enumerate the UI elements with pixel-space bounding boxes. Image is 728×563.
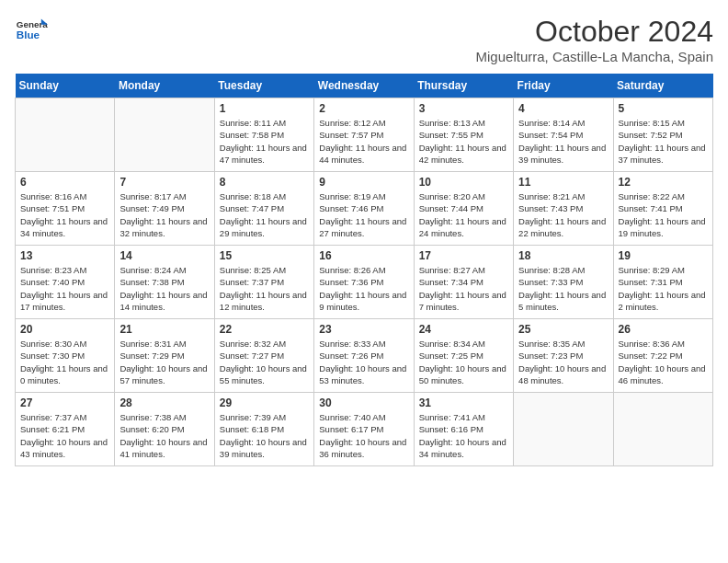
page-header: General Blue October 2024 Miguelturra, C… [15,15,713,64]
day-number: 24 [419,323,508,336]
day-info: Sunrise: 8:16 AM Sunset: 7:51 PM Dayligh… [20,190,109,239]
calendar-cell: 15Sunrise: 8:25 AM Sunset: 7:37 PM Dayli… [214,246,313,319]
day-number: 6 [20,176,109,189]
day-number: 1 [220,102,309,115]
day-number: 15 [220,249,309,262]
calendar-cell: 5Sunrise: 8:15 AM Sunset: 7:52 PM Daylig… [613,98,712,172]
day-number: 29 [220,396,309,409]
calendar-cell: 13Sunrise: 8:23 AM Sunset: 7:40 PM Dayli… [16,246,115,319]
week-row-1: 1Sunrise: 8:11 AM Sunset: 7:58 PM Daylig… [16,98,713,172]
day-info: Sunrise: 8:15 AM Sunset: 7:52 PM Dayligh… [619,117,708,166]
title-block: October 2024 Miguelturra, Castille-La Ma… [476,15,713,64]
day-info: Sunrise: 8:32 AM Sunset: 7:27 PM Dayligh… [220,338,309,386]
calendar-cell: 23Sunrise: 8:33 AM Sunset: 7:26 PM Dayli… [314,319,414,393]
day-info: Sunrise: 8:14 AM Sunset: 7:54 PM Dayligh… [518,117,608,166]
calendar-cell: 25Sunrise: 8:35 AM Sunset: 7:23 PM Dayli… [514,319,613,393]
day-info: Sunrise: 8:33 AM Sunset: 7:26 PM Dayligh… [319,338,408,386]
day-number: 4 [518,102,608,115]
day-info: Sunrise: 8:18 AM Sunset: 7:47 PM Dayligh… [220,190,309,239]
calendar-cell [115,98,214,172]
day-info: Sunrise: 8:26 AM Sunset: 7:36 PM Dayligh… [319,264,408,313]
day-info: Sunrise: 8:24 AM Sunset: 7:38 PM Dayligh… [119,264,209,313]
calendar-cell: 17Sunrise: 8:27 AM Sunset: 7:34 PM Dayli… [414,246,513,319]
location-subtitle: Miguelturra, Castille-La Mancha, Spain [476,49,713,64]
day-info: Sunrise: 8:19 AM Sunset: 7:46 PM Dayligh… [319,190,408,239]
svg-text:Blue: Blue [17,29,40,40]
day-number: 12 [619,176,708,189]
day-number: 17 [419,249,508,262]
calendar-cell: 31Sunrise: 7:41 AM Sunset: 6:16 PM Dayli… [414,393,513,466]
week-row-3: 13Sunrise: 8:23 AM Sunset: 7:40 PM Dayli… [16,246,713,319]
day-number: 5 [619,102,708,115]
day-info: Sunrise: 8:21 AM Sunset: 7:43 PM Dayligh… [518,190,608,239]
logo: General Blue [15,15,48,48]
header-monday: Monday [115,74,214,98]
calendar-cell: 29Sunrise: 7:39 AM Sunset: 6:18 PM Dayli… [214,393,313,466]
day-info: Sunrise: 8:17 AM Sunset: 7:49 PM Dayligh… [119,190,209,239]
day-info: Sunrise: 7:37 AM Sunset: 6:21 PM Dayligh… [20,411,109,460]
header-sunday: Sunday [16,74,115,98]
day-number: 22 [220,323,309,336]
day-number: 16 [319,249,408,262]
calendar-cell: 1Sunrise: 8:11 AM Sunset: 7:58 PM Daylig… [214,98,313,172]
day-number: 30 [319,396,408,409]
day-number: 14 [119,249,209,262]
calendar-cell: 30Sunrise: 7:40 AM Sunset: 6:17 PM Dayli… [314,393,414,466]
day-number: 21 [119,323,209,336]
day-number: 31 [419,396,508,409]
day-info: Sunrise: 8:20 AM Sunset: 7:44 PM Dayligh… [419,190,508,239]
calendar-cell: 22Sunrise: 8:32 AM Sunset: 7:27 PM Dayli… [214,319,313,393]
header-saturday: Saturday [613,74,712,98]
day-info: Sunrise: 7:40 AM Sunset: 6:17 PM Dayligh… [319,411,408,460]
day-number: 18 [518,249,608,262]
day-number: 25 [518,323,608,336]
day-info: Sunrise: 8:23 AM Sunset: 7:40 PM Dayligh… [20,264,109,313]
calendar-cell [514,393,613,466]
day-number: 20 [20,323,109,336]
day-info: Sunrise: 8:35 AM Sunset: 7:23 PM Dayligh… [518,338,608,386]
day-info: Sunrise: 7:41 AM Sunset: 6:16 PM Dayligh… [419,411,508,460]
calendar-cell: 18Sunrise: 8:28 AM Sunset: 7:33 PM Dayli… [514,246,613,319]
calendar-cell [16,98,115,172]
week-row-4: 20Sunrise: 8:30 AM Sunset: 7:30 PM Dayli… [16,319,713,393]
day-number: 11 [518,176,608,189]
calendar-cell: 27Sunrise: 7:37 AM Sunset: 6:21 PM Dayli… [16,393,115,466]
header-friday: Friday [514,74,613,98]
calendar-header-row: SundayMondayTuesdayWednesdayThursdayFrid… [16,74,713,98]
day-info: Sunrise: 8:27 AM Sunset: 7:34 PM Dayligh… [419,264,508,313]
calendar-cell: 6Sunrise: 8:16 AM Sunset: 7:51 PM Daylig… [16,172,115,246]
day-info: Sunrise: 8:22 AM Sunset: 7:41 PM Dayligh… [619,190,708,239]
day-info: Sunrise: 8:25 AM Sunset: 7:37 PM Dayligh… [220,264,309,313]
day-number: 13 [20,249,109,262]
day-number: 3 [419,102,508,115]
calendar-table: SundayMondayTuesdayWednesdayThursdayFrid… [15,74,713,466]
calendar-cell: 20Sunrise: 8:30 AM Sunset: 7:30 PM Dayli… [16,319,115,393]
day-info: Sunrise: 8:30 AM Sunset: 7:30 PM Dayligh… [20,338,109,386]
day-number: 8 [220,176,309,189]
week-row-2: 6Sunrise: 8:16 AM Sunset: 7:51 PM Daylig… [16,172,713,246]
day-info: Sunrise: 8:31 AM Sunset: 7:29 PM Dayligh… [119,338,209,386]
day-info: Sunrise: 8:29 AM Sunset: 7:31 PM Dayligh… [619,264,708,313]
day-info: Sunrise: 8:12 AM Sunset: 7:57 PM Dayligh… [319,117,408,166]
calendar-cell: 24Sunrise: 8:34 AM Sunset: 7:25 PM Dayli… [414,319,513,393]
calendar-cell: 14Sunrise: 8:24 AM Sunset: 7:38 PM Dayli… [115,246,214,319]
week-row-5: 27Sunrise: 7:37 AM Sunset: 6:21 PM Dayli… [16,393,713,466]
day-number: 10 [419,176,508,189]
header-wednesday: Wednesday [314,74,414,98]
day-info: Sunrise: 7:38 AM Sunset: 6:20 PM Dayligh… [119,411,209,460]
calendar-cell: 26Sunrise: 8:36 AM Sunset: 7:22 PM Dayli… [613,319,712,393]
calendar-cell: 19Sunrise: 8:29 AM Sunset: 7:31 PM Dayli… [613,246,712,319]
day-number: 27 [20,396,109,409]
calendar-cell: 9Sunrise: 8:19 AM Sunset: 7:46 PM Daylig… [314,172,414,246]
calendar-cell: 4Sunrise: 8:14 AM Sunset: 7:54 PM Daylig… [514,98,613,172]
header-thursday: Thursday [414,74,513,98]
day-info: Sunrise: 8:13 AM Sunset: 7:55 PM Dayligh… [419,117,508,166]
day-number: 2 [319,102,408,115]
calendar-cell: 16Sunrise: 8:26 AM Sunset: 7:36 PM Dayli… [314,246,414,319]
calendar-cell: 11Sunrise: 8:21 AM Sunset: 7:43 PM Dayli… [514,172,613,246]
day-info: Sunrise: 8:34 AM Sunset: 7:25 PM Dayligh… [419,338,508,386]
calendar-cell [613,393,712,466]
calendar-cell: 21Sunrise: 8:31 AM Sunset: 7:29 PM Dayli… [115,319,214,393]
day-number: 28 [119,396,209,409]
month-title: October 2024 [476,15,713,49]
